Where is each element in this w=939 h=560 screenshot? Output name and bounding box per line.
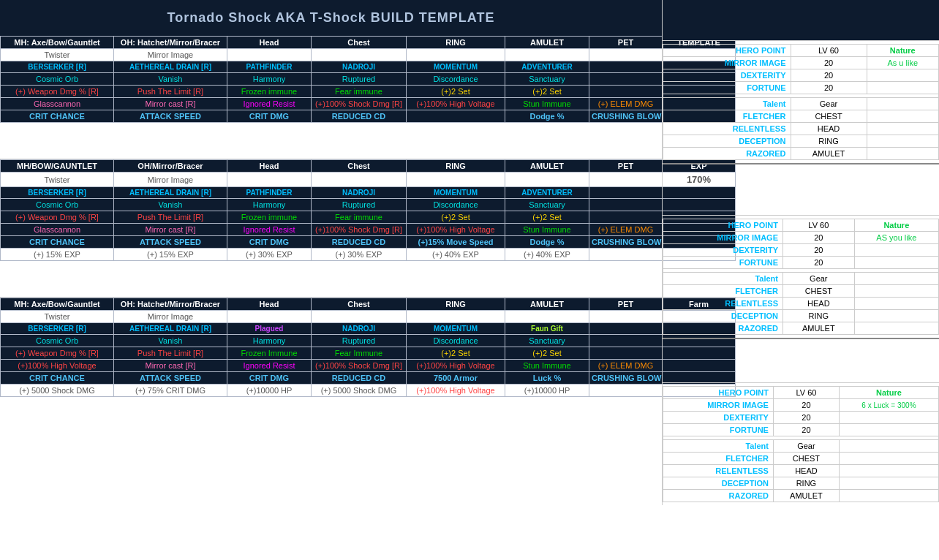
h3-amulet: AMULET bbox=[505, 298, 589, 311]
table-row: (+) 15% EXP (+) 15% EXP (+) 30% EXP (+) … bbox=[1, 249, 736, 261]
table-row: DECEPTION RING bbox=[663, 310, 939, 322]
h1-chest: Chest bbox=[312, 37, 407, 49]
table-row: BERSERKER [R] AETHEREAL DRAIN [R] PATHFI… bbox=[1, 61, 736, 73]
table-row: Twister Mirror Image bbox=[1, 49, 736, 61]
table-row: BERSERKER [R] AETHEREAL DRAIN [R] Plague… bbox=[1, 323, 736, 335]
table-row: (+) Weapon Dmg % [R] Push The Limit [R] … bbox=[1, 347, 736, 360]
table-row: FORTUNE 20 bbox=[663, 257, 939, 269]
table-row: HERO POINT LV 60 Nature bbox=[663, 219, 939, 232]
section-exp: MH/BOW/GAUNTLET OH/Mirror/Bracer Head Ch… bbox=[0, 159, 662, 261]
rp-fortune-label: FORTUNE bbox=[663, 82, 791, 94]
table-row: RAZORED AMULET bbox=[663, 322, 939, 335]
rp-nature: Nature bbox=[867, 45, 939, 57]
bottom-gap bbox=[0, 397, 662, 419]
table-row: Twister Mirror Image 170% bbox=[1, 173, 736, 187]
table-row: Glasscannon Mirror cast [R] Ignored Resi… bbox=[1, 98, 736, 110]
h2-oh: OH/Mirror/Bracer bbox=[114, 160, 227, 173]
rp-gap-2 bbox=[663, 339, 939, 383]
h2-mh: MH/BOW/GAUNTLET bbox=[1, 160, 114, 173]
table-row: DECEPTION RING bbox=[663, 135, 939, 148]
rp-dex-val: 20 bbox=[791, 69, 867, 82]
h3-ring: RING bbox=[407, 298, 505, 311]
rp-section-template: HERO POINT LV 60 Nature MIRROR IMAGE 20 … bbox=[663, 41, 939, 164]
h3-head: Head bbox=[227, 298, 312, 311]
table-row: RELENTLESS HEAD bbox=[663, 298, 939, 310]
table-row: BERSERKER [R] AETHEREAL DRAIN [R] PATHFI… bbox=[1, 187, 736, 199]
table-row: Glasscannon Mirror cast [R] Ignored Resi… bbox=[1, 224, 736, 236]
rp-section-farm: HERO POINT LV 60 Nature MIRROR IMAGE 20 … bbox=[663, 383, 939, 505]
table-row: Cosmic Orb Vanish Harmony Ruptured Disco… bbox=[1, 335, 736, 347]
table-row: DEXTERITY 20 bbox=[663, 412, 939, 424]
h3-mh: MH: Axe/Bow/Gauntlet bbox=[1, 298, 114, 311]
table-row: CRIT CHANCE ATTACK SPEED CRIT DMG REDUCE… bbox=[1, 236, 736, 249]
rp-nature-val: As u like bbox=[867, 57, 939, 69]
rp-title-spacer bbox=[663, 0, 939, 41]
h1-mh: MH: Axe/Bow/Gauntlet bbox=[1, 37, 114, 49]
table-row: RAZORED AMULET bbox=[663, 490, 939, 502]
h3-pet: PET bbox=[589, 298, 663, 311]
rp-fortune-val: 20 bbox=[791, 82, 867, 94]
h3-oh: OH: Hatchet/Mirror/Bracer bbox=[114, 298, 227, 311]
h2-chest: Chest bbox=[312, 160, 407, 173]
page-title: Tornado Shock AKA T-Shock BUILD TEMPLATE bbox=[0, 0, 662, 36]
h1-ring: RING bbox=[407, 37, 505, 49]
h2-pet: PET bbox=[589, 160, 663, 173]
rp-section-exp: HERO POINT LV 60 Nature MIRROR IMAGE 20 … bbox=[663, 216, 939, 339]
table-row: (+) Weapon Dmg % [R] Push The Limit [R] … bbox=[1, 211, 736, 224]
h1-amulet: AMULET bbox=[505, 37, 589, 49]
h2-head: Head bbox=[227, 160, 312, 173]
rp-lv: LV 60 bbox=[791, 45, 867, 57]
h1-oh: OH: Hatchet/Mirror/Bracer bbox=[114, 37, 227, 49]
table-row: HERO POINT LV 60 Nature bbox=[663, 387, 939, 399]
table-row: Talent Gear bbox=[663, 273, 939, 285]
table-row: Twister Mirror Image bbox=[1, 311, 736, 323]
table-row: RELENTLESS HEAD bbox=[663, 123, 939, 135]
table-row: DEXTERITY 20 bbox=[663, 244, 939, 257]
rp-hero-table: HERO POINT LV 60 Nature MIRROR IMAGE 20 … bbox=[663, 44, 939, 160]
h3-chest: Chest bbox=[312, 298, 407, 311]
table-row: (+)100% High Voltage Mirror cast [R] Ign… bbox=[1, 360, 736, 372]
h2-ring: RING bbox=[407, 160, 505, 173]
section-farm: MH: Axe/Bow/Gauntlet OH: Hatchet/Mirror/… bbox=[0, 298, 662, 397]
table-row: MIRROR IMAGE 20 AS you like bbox=[663, 232, 939, 244]
table-row: FLETCHER CHEST bbox=[663, 110, 939, 123]
section3-header-row: MH: Axe/Bow/Gauntlet OH: Hatchet/Mirror/… bbox=[1, 298, 736, 311]
section-gap-1 bbox=[0, 123, 662, 159]
table-row: FLETCHER CHEST bbox=[663, 453, 939, 465]
table-row: MIRROR IMAGE 20 6 x Luck = 300% bbox=[663, 399, 939, 412]
right-panel: HERO POINT LV 60 Nature MIRROR IMAGE 20 … bbox=[662, 0, 939, 505]
table-row: MIRROR IMAGE 20 As u like bbox=[663, 57, 939, 69]
rp-mirror-val: 20 bbox=[791, 57, 867, 69]
rp-mirror-label: MIRROR IMAGE bbox=[663, 57, 791, 69]
section2-header-row: MH/BOW/GAUNTLET OH/Mirror/Bracer Head Ch… bbox=[1, 160, 736, 173]
table-row: FORTUNE 20 bbox=[663, 424, 939, 436]
table-row: CRIT CHANCE ATTACK SPEED CRIT DMG REDUCE… bbox=[1, 372, 736, 385]
rp-farm-table: HERO POINT LV 60 Nature MIRROR IMAGE 20 … bbox=[663, 386, 939, 502]
rp-exp-table: HERO POINT LV 60 Nature MIRROR IMAGE 20 … bbox=[663, 219, 939, 335]
section1-header-row: MH: Axe/Bow/Gauntlet OH: Hatchet/Mirror/… bbox=[1, 37, 736, 49]
table-row: Cosmic Orb Vanish Harmony Ruptured Disco… bbox=[1, 199, 736, 211]
table-row: (+) 5000 Shock DMG (+) 75% CRIT DMG (+)1… bbox=[1, 385, 736, 397]
section-gap-2 bbox=[0, 261, 662, 298]
table-row: FORTUNE 20 bbox=[663, 82, 939, 94]
table-row: RELENTLESS HEAD bbox=[663, 465, 939, 477]
rp-dex-label: DEXTERITY bbox=[663, 69, 791, 82]
table-row: Talent Gear bbox=[663, 98, 939, 110]
table-row: Talent Gear bbox=[663, 440, 939, 453]
section-template: MH: Axe/Bow/Gauntlet OH: Hatchet/Mirror/… bbox=[0, 36, 662, 123]
h1-pet: PET bbox=[589, 37, 663, 49]
table-row: (+) Weapon Dmg % [R] Push The Limit [R] … bbox=[1, 86, 736, 98]
rp-hero-point-label: HERO POINT bbox=[663, 45, 791, 57]
table-row: CRIT CHANCE ATTACK SPEED CRIT DMG REDUCE… bbox=[1, 110, 736, 123]
table-row: DECEPTION RING bbox=[663, 477, 939, 490]
table-row: RAZORED AMULET bbox=[663, 148, 939, 160]
table-row: HERO POINT LV 60 Nature bbox=[663, 45, 939, 57]
h1-head: Head bbox=[227, 37, 312, 49]
table-row: DEXTERITY 20 bbox=[663, 69, 939, 82]
rp-gap-1 bbox=[663, 164, 939, 216]
table-row: FLETCHER CHEST bbox=[663, 285, 939, 298]
h2-amulet: AMULET bbox=[505, 160, 589, 173]
table-row: Cosmic Orb Vanish Harmony Ruptured Disco… bbox=[1, 73, 736, 86]
